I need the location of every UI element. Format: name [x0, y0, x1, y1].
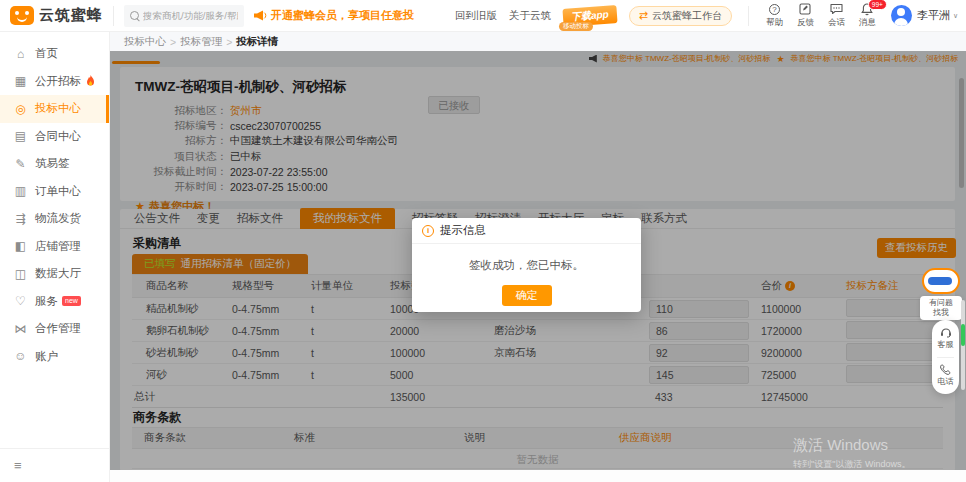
sidebar-item-logistics[interactable]: ⇶ 物流发货 [0, 205, 109, 233]
headset-icon [940, 327, 952, 338]
bottom-strip [110, 470, 966, 482]
phone-button[interactable]: 电话 [938, 364, 954, 387]
sidebar-nav: ⌂ 首页 ▦ 公开招标 ◎ 投标中心 ▤ 合同中心 ✎ 筑易签 ▥ [0, 32, 110, 482]
message-button[interactable]: 99+ 消息 [854, 3, 881, 29]
mascot-robot-icon [922, 268, 960, 294]
new-badge: new [62, 296, 81, 306]
download-app-badge[interactable]: 下载app 移动投标 [563, 7, 617, 25]
collapse-sidebar-icon[interactable]: ≡ [14, 458, 22, 473]
workbench-label: 云筑蜜蜂工作台 [652, 9, 722, 23]
account-icon: ☺ [13, 349, 28, 363]
chat-icon [830, 3, 843, 16]
customer-service-button[interactable]: 客服 [938, 327, 954, 350]
global-search[interactable] [124, 5, 244, 27]
order-icon: ▥ [13, 184, 28, 198]
feedback-button[interactable]: 反馈 [792, 3, 819, 29]
contract-icon: ▤ [13, 129, 28, 143]
shop-icon: ◧ [13, 239, 28, 253]
bid-center-icon: ◎ [13, 102, 28, 116]
bee-robot-logo-icon [10, 6, 34, 25]
message-count-badge: 99+ [868, 0, 887, 10]
swap-icon: ⇄ [639, 9, 648, 22]
help-label: 帮助 [766, 17, 783, 29]
info-icon: i [422, 225, 434, 237]
sidebar-item-shop[interactable]: ◧ 店铺管理 [0, 233, 109, 261]
sidebar-footer: ≡ [0, 448, 109, 482]
about-link[interactable]: 关于云筑 [509, 9, 551, 23]
user-name[interactable]: 李平洲 [917, 8, 950, 23]
sidebar-item-esign[interactable]: ✎ 筑易签 [0, 150, 109, 178]
modal-title: 提示信息 [440, 223, 486, 238]
top-header: 云筑蜜蜂 开通蜜蜂会员，享项目任意投 回到旧版 关于云筑 下载app 移动投标 … [0, 0, 966, 32]
prompt-modal: i 提示信息 签收成功，您已中标。 确定 [412, 218, 641, 312]
user-menu-caret-icon[interactable]: ∨ [953, 12, 958, 20]
member-promo-link[interactable]: 开通蜜蜂会员，享项目任意投 [254, 8, 414, 23]
feedback-icon [799, 3, 811, 16]
brand-name: 云筑蜜蜂 [39, 6, 103, 25]
user-avatar[interactable] [891, 5, 912, 26]
sidebar-item-cooperation[interactable]: ⋈ 合作管理 [0, 315, 109, 343]
esign-icon: ✎ [13, 157, 28, 171]
search-icon [130, 11, 139, 20]
member-promo-text: 开通蜜蜂会员，享项目任意投 [271, 8, 414, 23]
contact-widget: 客服 电话 [932, 320, 959, 394]
sidebar-item-account[interactable]: ☺ 账户 [0, 343, 109, 371]
widget-scrollbar-thumb[interactable] [961, 324, 965, 346]
feedback-label: 反馈 [797, 17, 814, 29]
old-version-link[interactable]: 回到旧版 [455, 9, 497, 23]
service-icon: ♡ [13, 294, 28, 308]
search-input[interactable] [143, 10, 238, 21]
widget-scrollbar[interactable] [961, 300, 965, 390]
breadcrumb-item[interactable]: 投标中心 [124, 35, 166, 49]
message-label: 消息 [859, 17, 876, 29]
sidebar-item-bid-center[interactable]: ◎ 投标中心 [0, 95, 109, 123]
confirm-button[interactable]: 确定 [502, 285, 552, 306]
sidebar-item-order-center[interactable]: ▥ 订单中心 [0, 178, 109, 206]
hot-flame-icon [86, 75, 95, 87]
modal-header: i 提示信息 [412, 218, 641, 244]
help-icon: ? [769, 4, 780, 15]
header-divider [748, 6, 749, 26]
sidebar-item-public-tender[interactable]: ▦ 公开招标 [0, 68, 109, 96]
help-button[interactable]: ? 帮助 [761, 3, 788, 29]
app-root: 云筑蜜蜂 开通蜜蜂会员，享项目任意投 回到旧版 关于云筑 下载app 移动投标 … [0, 0, 966, 482]
chat-label: 会话 [828, 17, 845, 29]
header-divider [113, 6, 114, 26]
breadcrumb-current: 投标详情 [236, 35, 278, 49]
sidebar-item-contract-center[interactable]: ▤ 合同中心 [0, 123, 109, 151]
workbench-switch[interactable]: ⇄ 云筑蜜蜂工作台 [629, 6, 732, 26]
phone-icon [940, 364, 951, 375]
brand-logo[interactable]: 云筑蜜蜂 [10, 6, 103, 25]
data-hall-icon: ◫ [13, 267, 28, 281]
tender-icon: ▦ [13, 74, 28, 88]
sidebar-item-home[interactable]: ⌂ 首页 [0, 40, 109, 68]
widget-divider [937, 357, 954, 358]
sidebar-item-service[interactable]: ♡ 服务 new [0, 288, 109, 316]
modal-message: 签收成功，您已中标。 [412, 244, 641, 273]
breadcrumb: 投标中心 > 投标管理 > 投标详情 [110, 32, 966, 51]
home-icon: ⌂ [13, 47, 28, 61]
assistant-mascot[interactable]: 有问题 找我 [920, 268, 962, 320]
mobile-bid-tag: 移动投标 [559, 22, 593, 31]
logistics-icon: ⇶ [13, 212, 28, 226]
cooperation-icon: ⋈ [13, 322, 28, 336]
breadcrumb-item[interactable]: 投标管理 [180, 35, 222, 49]
chat-button[interactable]: 会话 [823, 3, 850, 29]
megaphone-icon [254, 10, 267, 21]
sidebar-item-data-hall[interactable]: ◫ 数据大厅 [0, 260, 109, 288]
